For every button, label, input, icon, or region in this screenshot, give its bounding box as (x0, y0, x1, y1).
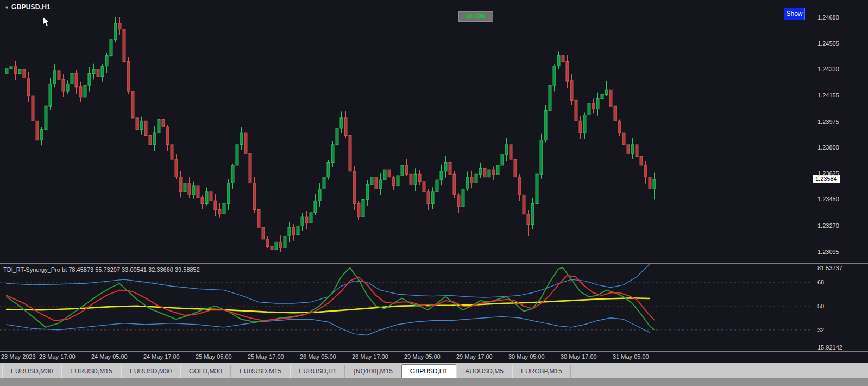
candle (171, 141, 173, 165)
candle (53, 64, 56, 88)
candle (431, 187, 434, 209)
candle (297, 224, 299, 237)
candle (336, 123, 338, 152)
price-axis-tick: 1.23095 (817, 248, 839, 256)
time-axis[interactable]: 23 May 202323 May 17:0024 May 05:0024 Ma… (0, 352, 868, 363)
price-axis-tick: 1.23625 (817, 170, 839, 177)
indicator-panel-separator[interactable] (0, 263, 868, 264)
candle (449, 157, 451, 178)
candle (340, 111, 343, 133)
candle (131, 89, 134, 123)
time-axis-tick: 26 May 17:00 (352, 353, 388, 360)
time-axis-tick: 29 May 17:00 (456, 353, 493, 360)
candle (218, 203, 221, 218)
chart-tab-eurusd-m30[interactable]: EURUSD,M30 (121, 365, 180, 378)
tdi-indicator-chart[interactable] (0, 264, 813, 351)
candle (279, 235, 282, 252)
candle (405, 159, 408, 176)
candle (536, 167, 538, 210)
chart-tab-eurusd-m30[interactable]: EURUSD,M30 (2, 365, 61, 378)
candle (92, 64, 95, 80)
candle (592, 99, 595, 114)
price-axis-tick: 1.24680 (817, 14, 839, 21)
candle (388, 166, 391, 180)
candle (127, 57, 130, 94)
candle (344, 111, 347, 138)
candle (375, 171, 378, 191)
indicator-axis-tick: 15.92142 (817, 344, 842, 351)
indicator-axis[interactable]: 81.5373768503215.92142 (813, 264, 868, 351)
chart-tab-nq100-m15[interactable]: [NQ100],M15 (345, 365, 401, 378)
candle (244, 126, 247, 160)
candle (14, 61, 17, 80)
symbol-timeframe-label[interactable]: ▼GBPUSD,H1 (4, 3, 51, 11)
candle (223, 198, 225, 218)
candle (45, 102, 47, 136)
candle (105, 53, 108, 73)
candle (627, 139, 630, 160)
candle (49, 78, 52, 110)
candle (475, 167, 477, 190)
candle (310, 206, 312, 227)
tdi-toggle-button[interactable]: tdi ON (458, 11, 493, 22)
candle (266, 236, 269, 249)
time-axis-tick: 25 May 17:00 (248, 353, 284, 360)
candle (184, 176, 186, 198)
candle (644, 161, 647, 184)
candlestick-chart[interactable] (0, 0, 813, 263)
candle (605, 81, 608, 96)
candle (66, 80, 69, 94)
chart-tab-eurusd-m15[interactable]: EURUSD,M15 (231, 365, 290, 378)
candle (114, 17, 117, 42)
time-axis-tick: 30 May 05:00 (508, 353, 545, 360)
price-axis[interactable]: 1.23584 1.246801.245051.243301.241551.23… (813, 0, 868, 263)
candle (427, 189, 430, 210)
candle (32, 91, 34, 127)
candle (575, 94, 577, 123)
price-axis-tick: 1.23450 (817, 195, 839, 203)
candle (331, 141, 334, 167)
candle (214, 194, 217, 216)
candle (583, 113, 586, 139)
candle (483, 164, 486, 180)
candle (418, 170, 421, 185)
candle (379, 173, 382, 195)
candle (23, 63, 26, 82)
mt4-window: ▼GBPUSD,H1 tdi ON Show 1.23584 1.246801.… (0, 0, 868, 386)
candle (492, 167, 495, 180)
candle (414, 168, 417, 191)
candle (162, 116, 165, 132)
time-axis-tick: 30 May 17:00 (561, 353, 597, 360)
candle (527, 210, 530, 236)
candle (136, 116, 139, 136)
candle (514, 154, 517, 180)
candle (566, 55, 569, 88)
chart-tab-eurgbp-m15[interactable]: EURGBP,M15 (512, 365, 571, 378)
chart-tab-eurusd-h1[interactable]: EURUSD,H1 (290, 365, 345, 378)
candle (557, 52, 560, 69)
candle (110, 35, 112, 61)
price-axis-tick: 1.23800 (817, 144, 839, 151)
chart-tab-eurusd-m15[interactable]: EURUSD,M15 (61, 365, 121, 378)
candle (231, 164, 234, 189)
candle (197, 183, 199, 204)
candle (553, 65, 556, 92)
candle (401, 160, 404, 181)
candle (640, 151, 643, 171)
candle (36, 119, 39, 163)
candle (636, 138, 638, 158)
indicator-axis-tick: 32 (817, 326, 824, 334)
candle (292, 224, 295, 240)
chart-tab-gbpusd-h1[interactable]: GBPUSD,H1 (401, 364, 456, 378)
main-chart-panel[interactable]: ▼GBPUSD,H1 tdi ON Show (0, 0, 813, 263)
show-button[interactable]: Show (784, 8, 805, 20)
candle (392, 176, 395, 190)
tdi-series-rsi-price-line (7, 267, 654, 329)
candle (588, 101, 590, 118)
tdi-series-market-base-line (7, 298, 650, 313)
chart-tab-gold-m30[interactable]: GOLD,M30 (180, 365, 231, 378)
tdi-indicator-panel[interactable]: TDI_RT-Synergy_Pro bt 78.45873 55.73207 … (0, 264, 813, 351)
chart-tab-audusd-m5[interactable]: AUDUSD,M5 (456, 365, 512, 378)
candle (510, 139, 512, 164)
candle (440, 165, 443, 186)
